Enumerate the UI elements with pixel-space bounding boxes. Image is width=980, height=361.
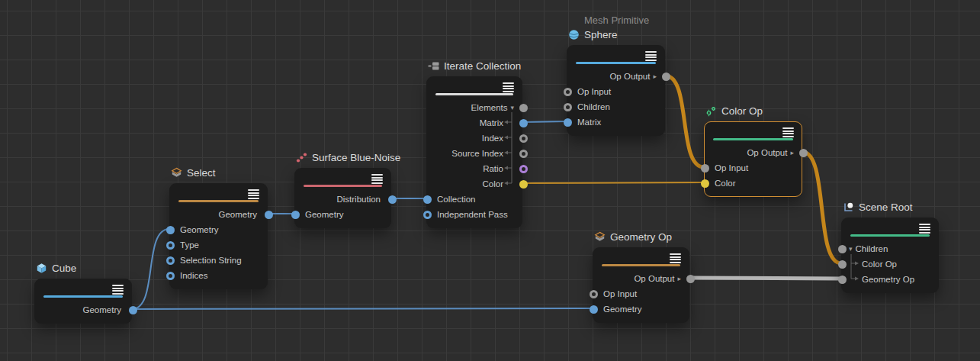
port-label: Independent Pass bbox=[437, 207, 508, 222]
port-row-children: Children bbox=[567, 99, 664, 114]
menu-icon[interactable] bbox=[248, 189, 259, 200]
node-scene-root[interactable]: ▾ChildrenColor OpGeometry Op bbox=[841, 218, 939, 293]
indices-input-port[interactable] bbox=[166, 272, 175, 280]
elements-output-port[interactable] bbox=[519, 104, 528, 112]
menu-icon[interactable] bbox=[503, 82, 514, 93]
node-title-scene-root: Scene Root bbox=[843, 201, 913, 214]
wire-color-op-output-to-scene-root-color-op[interactable] bbox=[802, 152, 841, 263]
port-label: Distribution bbox=[336, 192, 381, 207]
wire-matrix-to-sphere-matrix[interactable] bbox=[522, 121, 567, 122]
wire-cube-geometry-to-geometry-op-geometry[interactable] bbox=[132, 308, 593, 309]
source-index-output-port[interactable] bbox=[519, 150, 528, 158]
port-label: Geometry bbox=[603, 301, 642, 317]
distribution-output-port[interactable] bbox=[388, 195, 397, 204]
port-rows: Op Output▸Op InputColor bbox=[705, 145, 802, 191]
matrix-input-port[interactable] bbox=[564, 118, 572, 127]
node-accent-bar bbox=[602, 264, 680, 266]
expand-ports-icon[interactable]: ▸ bbox=[677, 271, 681, 286]
op-input-input-port[interactable] bbox=[564, 88, 572, 96]
port-rows: Elements▾MatrixIndexSource IndexRatioCol… bbox=[427, 100, 522, 222]
node-select[interactable]: GeometryGeometryTypeSelection StringIndi… bbox=[169, 183, 268, 289]
type-input-port[interactable] bbox=[166, 241, 175, 250]
node-surface-blue-noise[interactable]: DistributionGeometry bbox=[294, 168, 391, 228]
independent-pass-input-port[interactable] bbox=[423, 211, 432, 219]
op-output-output-port[interactable] bbox=[686, 275, 695, 283]
node-cube[interactable]: Geometry bbox=[34, 279, 132, 324]
op-input-input-port[interactable] bbox=[590, 290, 598, 298]
port-label: Matrix bbox=[577, 114, 601, 130]
children-input-port[interactable] bbox=[838, 245, 847, 253]
select-icon bbox=[594, 231, 606, 243]
node-title-text: Cube bbox=[52, 263, 76, 274]
color-output-port[interactable] bbox=[519, 180, 528, 189]
wire-geometry-op-output-to-scene-root-geometry-op[interactable] bbox=[689, 278, 841, 279]
node-title-text: Surface Blue-Noise bbox=[312, 152, 400, 163]
node-accent-bar bbox=[713, 138, 793, 140]
node-accent-bar bbox=[850, 234, 930, 237]
expand-ports-icon[interactable]: ▸ bbox=[653, 69, 657, 84]
wire-sphere-op-output-to-color-op-input[interactable] bbox=[665, 76, 704, 167]
index-output-port[interactable] bbox=[519, 134, 528, 143]
noise-icon bbox=[296, 152, 307, 163]
color-op-input-port[interactable] bbox=[838, 260, 847, 269]
geometry-output-port[interactable] bbox=[265, 211, 273, 219]
port-row-independent-pass: Independent Pass bbox=[427, 207, 522, 222]
port-row-selection-string: Selection String bbox=[170, 253, 267, 268]
port-label: Color bbox=[483, 176, 503, 192]
geometry-input-port[interactable] bbox=[166, 226, 175, 234]
node-accent-bar bbox=[576, 62, 656, 64]
port-label: Elements bbox=[471, 100, 508, 115]
node-geometry-op[interactable]: Op Output▸Op InputGeometry bbox=[593, 247, 689, 323]
matrix-output-port[interactable] bbox=[519, 119, 528, 127]
menu-icon[interactable] bbox=[371, 174, 383, 185]
node-sphere[interactable]: Op Output▸Op InputChildrenMatrix bbox=[567, 45, 665, 136]
node-title-cube: Cube bbox=[36, 262, 76, 275]
op-output-output-port[interactable] bbox=[799, 149, 808, 157]
menu-icon[interactable] bbox=[670, 253, 681, 264]
op-output-output-port[interactable] bbox=[662, 73, 670, 81]
menu-icon[interactable] bbox=[919, 224, 930, 234]
select-icon bbox=[171, 167, 182, 179]
geometry-input-port[interactable] bbox=[590, 305, 598, 314]
wire-cube-geometry-to-select-geometry[interactable] bbox=[132, 229, 169, 309]
port-row-collection: Collection bbox=[427, 192, 522, 207]
ratio-output-port[interactable] bbox=[519, 165, 528, 173]
port-row-elements: Elements▾ bbox=[427, 100, 522, 115]
port-label: Op Output bbox=[634, 271, 674, 286]
port-rows: DistributionGeometry bbox=[295, 192, 390, 222]
node-title-surface-blue-noise: Surface Blue-Noise bbox=[296, 151, 400, 164]
port-label: Type bbox=[180, 237, 199, 253]
port-row-op-output: Op Output▸ bbox=[593, 271, 689, 286]
collection-input-port[interactable] bbox=[423, 195, 432, 204]
geometry-input-port[interactable] bbox=[291, 211, 300, 219]
port-label: Geometry bbox=[305, 207, 344, 222]
port-label: Geometry bbox=[83, 302, 122, 317]
collapse-ports-icon[interactable]: ▾ bbox=[510, 100, 514, 115]
node-color-op[interactable]: Op Output▸Op InputColor bbox=[704, 121, 802, 197]
children-input-port[interactable] bbox=[564, 103, 572, 111]
expand-ports-icon[interactable]: ▸ bbox=[790, 145, 794, 160]
geometry-output-port[interactable] bbox=[129, 306, 137, 314]
port-row-geometry: Geometry bbox=[35, 302, 131, 317]
port-label: Matrix bbox=[480, 115, 503, 131]
port-rows: Geometry bbox=[35, 302, 131, 317]
geometry-op-input-port[interactable] bbox=[838, 276, 847, 284]
op-input-input-port[interactable] bbox=[701, 164, 709, 172]
node-accent-bar bbox=[43, 295, 123, 298]
color-input-port[interactable] bbox=[701, 179, 709, 188]
menu-icon[interactable] bbox=[782, 127, 794, 138]
node-title-sphere: Sphere bbox=[568, 28, 618, 41]
collapse-ports-icon[interactable]: ▾ bbox=[849, 241, 853, 256]
wire-color-to-color-op-color[interactable] bbox=[522, 182, 704, 183]
sphere-icon bbox=[568, 29, 580, 40]
port-row-op-output: Op Output▸ bbox=[567, 69, 664, 84]
port-label: Op Input bbox=[603, 286, 637, 301]
port-row-op-input: Op Input bbox=[705, 160, 802, 176]
node-graph-canvas[interactable]: CubeGeometrySelectGeometryGeometryTypeSe… bbox=[0, 0, 980, 361]
port-row-geometry: Geometry bbox=[295, 207, 390, 222]
menu-icon[interactable] bbox=[112, 285, 124, 295]
port-row-distribution: Distribution bbox=[295, 192, 390, 207]
selection-string-input-port[interactable] bbox=[166, 256, 175, 265]
port-row-ratio: Ratio bbox=[427, 161, 522, 176]
menu-icon[interactable] bbox=[645, 51, 657, 62]
